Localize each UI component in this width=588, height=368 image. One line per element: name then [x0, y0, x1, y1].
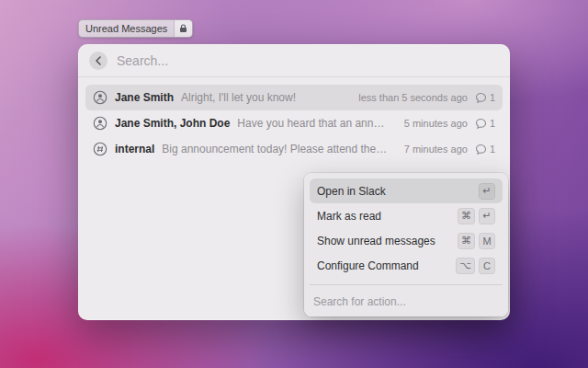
message-row[interactable]: internal Big announcement today! Please … — [85, 136, 503, 162]
option-key-icon: ⌥ — [456, 258, 475, 274]
unread-count: 1 — [475, 144, 495, 155]
message-preview: Big announcement today! Please attend th… — [162, 143, 389, 155]
action-shortcut: ↵ — [479, 183, 495, 200]
chat-bubble-icon — [475, 118, 487, 130]
desktop-wallpaper: Unread Messages Jane Smith Alright, I'll… — [0, 0, 588, 368]
channel-icon — [93, 142, 107, 156]
command-key-icon: ⌘ — [458, 233, 475, 249]
message-row[interactable]: Jane Smith Alright, I'll let you know! l… — [85, 85, 503, 110]
m-key: M — [479, 233, 495, 249]
launcher-panel: Jane Smith Alright, I'll let you know! l… — [78, 44, 510, 320]
command-tag[interactable]: Unread Messages — [78, 19, 193, 38]
action-search-input[interactable] — [313, 295, 499, 308]
action-mark-as-read[interactable]: Mark as read ⌘ ↵ — [310, 203, 503, 228]
command-tag-label: Unread Messages — [79, 23, 174, 34]
action-shortcut: ⌘ ↵ — [458, 208, 495, 224]
person-icon — [93, 90, 107, 105]
sender-name: Jane Smith, John Doe — [115, 117, 230, 130]
message-row[interactable]: Jane Smith, John Doe Have you heard that… — [85, 110, 503, 136]
c-key: C — [479, 258, 495, 274]
message-time: 5 minutes ago — [404, 118, 468, 129]
lock-icon — [174, 20, 192, 37]
action-label: Configure Command — [317, 259, 419, 272]
action-show-unread-messages[interactable]: Show unread messages ⌘ M — [310, 228, 503, 253]
sender-name: internal — [115, 143, 154, 155]
action-open-in-slack[interactable]: Open in Slack ↵ — [310, 178, 503, 203]
back-button[interactable] — [89, 52, 107, 70]
message-list: Jane Smith Alright, I'll let you know! l… — [78, 77, 510, 162]
chat-bubble-icon — [475, 144, 487, 155]
message-preview: Alright, I'll let you know! — [181, 91, 296, 104]
actions-menu: Open in Slack ↵ Mark as read ⌘ ↵ Show un… — [304, 173, 508, 316]
action-label: Open in Slack — [317, 185, 386, 198]
unread-count-value: 1 — [490, 92, 495, 103]
sender-name: Jane Smith — [115, 91, 174, 104]
action-shortcut: ⌘ M — [458, 233, 495, 249]
search-input[interactable] — [117, 53, 499, 68]
unread-count: 1 — [475, 118, 495, 130]
command-key-icon: ⌘ — [458, 208, 475, 224]
chevron-left-icon — [95, 56, 102, 65]
search-header — [78, 44, 510, 77]
unread-count-value: 1 — [490, 144, 495, 155]
action-label: Mark as read — [317, 210, 381, 223]
actions-footer — [310, 284, 503, 311]
person-icon — [93, 116, 107, 131]
action-configure-command[interactable]: Configure Command ⌥ C — [310, 253, 503, 278]
message-preview: Have you heard that an announcement is c… — [237, 117, 389, 130]
message-time: 7 minutes ago — [404, 144, 468, 155]
action-shortcut: ⌥ C — [456, 258, 495, 274]
message-time: less than 5 seconds ago — [358, 92, 468, 103]
action-label: Show unread messages — [317, 235, 435, 247]
unread-count: 1 — [475, 92, 495, 104]
return-key-icon: ↵ — [479, 208, 495, 224]
unread-count-value: 1 — [490, 118, 495, 129]
chat-bubble-icon — [475, 92, 487, 104]
return-key-icon: ↵ — [479, 183, 495, 200]
